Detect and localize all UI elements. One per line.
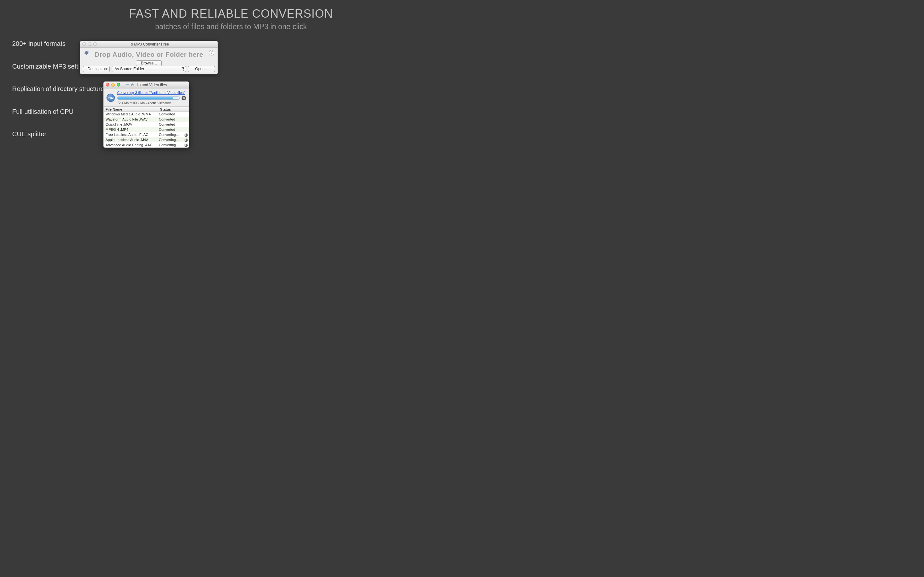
feature-item: Customizable MP3 settings bbox=[12, 63, 90, 70]
cell-status: Converting... bbox=[158, 142, 183, 147]
cell-filename: Windows Media Audio .WMA bbox=[103, 111, 158, 117]
feature-item: 200+ input formats bbox=[12, 40, 65, 47]
table-header[interactable]: File Name Status bbox=[103, 106, 189, 111]
progress-link[interactable]: Converting 3 files to "Audio and Video f… bbox=[117, 91, 185, 95]
table-row[interactable]: Windows Media Audio .WMAConverted bbox=[103, 111, 189, 117]
cell-status: Converting... bbox=[158, 132, 183, 137]
close-icon[interactable] bbox=[106, 83, 110, 87]
drop-hint[interactable]: Drop Audio, Video or Folder here bbox=[80, 51, 218, 58]
zoom-icon[interactable] bbox=[94, 42, 97, 46]
window-titlebar[interactable]: To MP3 Converter Free bbox=[80, 41, 218, 48]
minimize-icon[interactable] bbox=[111, 83, 115, 87]
browse-button[interactable]: Browse... bbox=[136, 60, 162, 66]
column-filename[interactable]: File Name bbox=[103, 107, 158, 111]
cell-status: Converted bbox=[158, 117, 183, 122]
cancel-icon[interactable]: ✕ bbox=[182, 96, 186, 100]
progress-window: 🗀 Audio and Video files mp3 Converting 3… bbox=[103, 81, 189, 148]
table-row[interactable]: Free Lossless Audio .FLACConverting... bbox=[103, 132, 189, 137]
hero-title: FAST AND RELIABLE CONVERSION bbox=[0, 7, 462, 21]
window-titlebar[interactable]: 🗀 Audio and Video files bbox=[103, 82, 189, 89]
folder-icon: 🗀 bbox=[126, 82, 129, 89]
destination-value: As Source Folder bbox=[115, 67, 144, 71]
progress-bar-fill bbox=[118, 97, 173, 99]
close-icon[interactable] bbox=[82, 42, 86, 46]
cell-spinner bbox=[183, 142, 189, 147]
cell-status: Converted bbox=[158, 111, 183, 117]
traffic-lights[interactable] bbox=[82, 42, 97, 46]
window-title: To MP3 Converter Free bbox=[129, 42, 169, 47]
hero-subtitle: batches of files and folders to MP3 in o… bbox=[0, 23, 462, 31]
cell-spinner bbox=[183, 117, 189, 122]
cell-spinner bbox=[183, 111, 189, 117]
cell-filename: Apple Lossless Audio .M4A bbox=[103, 137, 158, 142]
table-row[interactable]: Waveform Audio File .WAVConverted bbox=[103, 117, 189, 122]
feature-item: CUE splitter bbox=[12, 131, 47, 138]
column-status[interactable]: Status bbox=[158, 107, 189, 111]
cell-status: Converting... bbox=[158, 137, 183, 142]
converter-window: To MP3 Converter Free ? Drop Audio, Vide… bbox=[80, 41, 218, 74]
chevron-up-down-icon: ▴▾ bbox=[183, 67, 184, 71]
cell-spinner bbox=[183, 137, 189, 142]
progress-text: 72.4 Mb of 80.2 Mb - About 5 seconds bbox=[117, 101, 186, 105]
zoom-icon[interactable] bbox=[117, 83, 120, 87]
cell-spinner bbox=[183, 132, 189, 137]
cell-filename: Advanced Audio Coding .AAC bbox=[103, 142, 158, 147]
table-row[interactable]: QuickTime .MOVConverted bbox=[103, 122, 189, 127]
mp3-badge-icon: mp3 bbox=[107, 93, 115, 102]
cell-status: Converted bbox=[158, 122, 183, 127]
feature-item: Replication of directory structure bbox=[12, 85, 104, 93]
spinner-icon bbox=[184, 139, 188, 142]
spinner-icon bbox=[184, 143, 188, 147]
file-list: Windows Media Audio .WMAConvertedWavefor… bbox=[103, 111, 189, 147]
table-row[interactable]: Advanced Audio Coding .AACConverting... bbox=[103, 142, 189, 147]
cell-spinner bbox=[183, 127, 189, 132]
traffic-lights[interactable] bbox=[106, 83, 120, 87]
table-row[interactable]: MPEG-4 .MP4Converted bbox=[103, 127, 189, 132]
cell-filename: Free Lossless Audio .FLAC bbox=[103, 132, 158, 137]
open-button[interactable]: Open... bbox=[188, 66, 215, 72]
minimize-icon[interactable] bbox=[88, 42, 91, 46]
cell-filename: Waveform Audio File .WAV bbox=[103, 117, 158, 122]
cell-filename: MPEG-4 .MP4 bbox=[103, 127, 158, 132]
cell-status: Converted bbox=[158, 127, 183, 132]
feature-item: Full utilisation of CPU bbox=[12, 108, 73, 115]
table-row[interactable]: Apple Lossless Audio .M4AConverting... bbox=[103, 137, 189, 142]
cell-spinner bbox=[183, 122, 189, 127]
window-title: Audio and Video files bbox=[131, 82, 167, 89]
progress-bar bbox=[117, 97, 180, 100]
destination-button[interactable]: Destination: bbox=[83, 66, 110, 72]
destination-select[interactable]: As Source Folder ▴▾ bbox=[111, 66, 186, 72]
cell-filename: QuickTime .MOV bbox=[103, 122, 158, 127]
spinner-icon bbox=[184, 133, 188, 137]
